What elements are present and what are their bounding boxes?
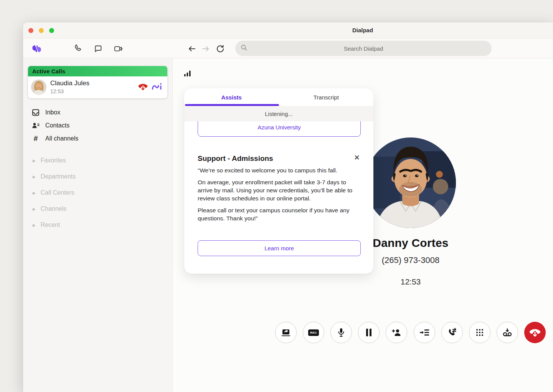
- suggestion-label: Azuna University: [258, 124, 301, 131]
- dialpad-logo[interactable]: [32, 44, 42, 54]
- tab-transcript-label: Transcript: [314, 94, 339, 101]
- caller-name: Claudia Jules: [50, 79, 89, 87]
- section-label: Channels: [41, 205, 67, 212]
- add-participant-button[interactable]: [386, 322, 407, 343]
- sidebar-nav: Inbox Contacts # All chann: [23, 106, 172, 145]
- sidebar-item-inbox[interactable]: Inbox: [23, 106, 172, 119]
- toolbar: [23, 38, 553, 58]
- forward-arrow-icon: [201, 44, 210, 53]
- hold-button[interactable]: [358, 322, 380, 343]
- app-window: Dialpad: [23, 22, 553, 392]
- assist-script: “We’re so excited to welcome you to camp…: [198, 166, 354, 226]
- microphone-icon: [337, 327, 346, 337]
- voicemail-drop-icon: [502, 328, 512, 337]
- active-call-row[interactable]: Claudia Jules 12:53: [28, 76, 167, 98]
- contacts-icon: [31, 122, 40, 129]
- hangup-call-button[interactable]: [138, 82, 148, 93]
- caret-right-icon: ▶: [33, 207, 36, 211]
- caret-right-icon: ▶: [33, 159, 36, 163]
- call-duration: 12:53: [50, 88, 64, 94]
- sidebar-item-label: Inbox: [45, 109, 60, 116]
- learn-more-button[interactable]: Learn more: [198, 240, 361, 256]
- window-title: Dialpad: [352, 27, 373, 33]
- section-departments[interactable]: ▶ Departments: [23, 169, 172, 185]
- transfer-call-button[interactable]: [441, 322, 463, 343]
- screen-share-icon: [281, 328, 291, 337]
- meetings-tab-button[interactable]: [114, 44, 124, 54]
- dialpad-logo-icon: [32, 43, 42, 55]
- titlebar: Dialpad: [23, 22, 553, 38]
- assist-tabs: Assists Transcript: [184, 88, 373, 106]
- close-icon[interactable]: ✕: [353, 154, 361, 162]
- show-dialpad-button[interactable]: [469, 322, 490, 343]
- call-screen: Danny Cortes (265) 973-3008 12:53 Assist…: [173, 58, 553, 392]
- content: Active Calls Claudia Jules: [23, 58, 553, 392]
- section-recent[interactable]: ▶ Recent: [23, 217, 172, 233]
- section-label: Recent: [41, 222, 60, 228]
- listening-label: Listening...: [265, 111, 293, 117]
- section-call-centers[interactable]: ▶ Call Centers: [23, 185, 172, 201]
- inbox-icon: [31, 109, 40, 116]
- close-window-button[interactable]: [28, 28, 33, 33]
- caller-avatar: [31, 79, 46, 95]
- end-call-icon: [529, 327, 541, 338]
- caret-right-icon: ▶: [33, 223, 36, 227]
- script-paragraph: “We’re so excited to welcome you to camp…: [198, 166, 354, 174]
- video-icon: [114, 44, 124, 53]
- hangup-phone-icon: [138, 82, 148, 91]
- script-paragraph: Please call or text your campus counselo…: [198, 206, 354, 222]
- pause-icon: [365, 328, 372, 337]
- ai-logo-icon: [151, 82, 163, 91]
- sidebar: Active Calls Claudia Jules: [23, 58, 173, 392]
- refresh-icon: [216, 44, 225, 53]
- hash-icon: #: [31, 134, 40, 143]
- section-label: Call Centers: [41, 189, 74, 196]
- callee-avatar: [365, 137, 456, 228]
- phone-transfer-icon: [447, 327, 457, 337]
- call-controls: REC: [173, 322, 553, 343]
- tab-assists[interactable]: Assists: [184, 88, 279, 106]
- end-call-button[interactable]: [524, 322, 546, 343]
- assist-section-title: Support - Admissions: [198, 154, 273, 163]
- zoom-window-button[interactable]: [49, 28, 54, 33]
- search-icon: [241, 44, 248, 53]
- script-paragraph: On average, your enrollment packet will …: [198, 178, 354, 202]
- screen-share-button[interactable]: [275, 322, 297, 343]
- record-icon: REC: [308, 329, 319, 336]
- active-calls-label: Active Calls: [32, 68, 65, 74]
- back-arrow-icon: [187, 44, 196, 53]
- arrow-into-list-icon: [419, 328, 429, 337]
- calls-tab-button[interactable]: [73, 44, 83, 54]
- mute-button[interactable]: [330, 322, 352, 343]
- sidebar-item-label: Contacts: [45, 122, 69, 129]
- voicemail-drop-button[interactable]: [497, 322, 518, 343]
- add-to-queue-button[interactable]: [414, 322, 435, 343]
- section-favorites[interactable]: ▶ Favorites: [23, 152, 172, 169]
- forward-button[interactable]: [201, 44, 211, 54]
- search-input[interactable]: [235, 41, 492, 56]
- active-call-card: Active Calls Claudia Jules: [28, 66, 167, 98]
- ai-assistant-button[interactable]: [151, 82, 163, 93]
- minimize-window-button[interactable]: [39, 28, 44, 33]
- sidebar-sections: ▶ Favorites ▶ Departments ▶ Call Centers…: [23, 152, 172, 233]
- add-person-icon: [391, 328, 401, 337]
- assist-panel: Assists Transcript Listening... Azuna Un…: [184, 88, 373, 274]
- tab-transcript[interactable]: Transcript: [279, 88, 374, 106]
- call-timer: 12:53: [353, 277, 468, 286]
- sidebar-item-all-channels[interactable]: # All channels: [23, 132, 172, 145]
- record-button[interactable]: REC: [303, 322, 324, 343]
- messages-tab-button[interactable]: [93, 44, 103, 54]
- signal-bars-icon[interactable]: [184, 71, 191, 78]
- phone-icon: [73, 44, 83, 53]
- section-label: Favorites: [41, 157, 66, 164]
- sidebar-item-label: All channels: [45, 135, 78, 142]
- back-button[interactable]: [187, 44, 197, 54]
- sidebar-item-contacts[interactable]: Contacts: [23, 119, 172, 132]
- section-label: Departments: [41, 173, 76, 180]
- caret-right-icon: ▶: [33, 175, 36, 179]
- tab-assists-label: Assists: [221, 94, 242, 101]
- section-channels[interactable]: ▶ Channels: [23, 201, 172, 217]
- refresh-button[interactable]: [215, 44, 225, 54]
- active-calls-header: Active Calls: [28, 66, 167, 76]
- dialpad-grid-icon: [475, 328, 484, 337]
